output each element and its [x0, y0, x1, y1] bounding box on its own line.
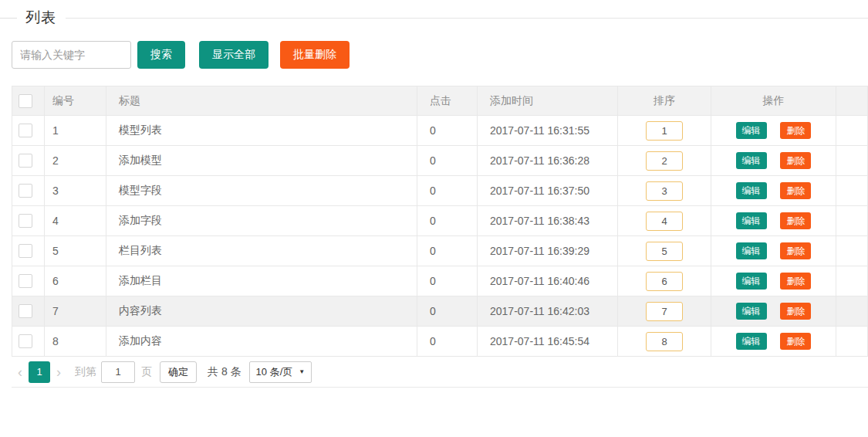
table-row: 8 添加内容 0 2017-07-11 16:45:54 编辑 删除 [12, 327, 868, 357]
page-title-legend: 列表 [0, 8, 868, 28]
table-row: 4 添加字段 0 2017-07-11 16:38:43 编辑 删除 [12, 206, 868, 236]
delete-button[interactable]: 删除 [780, 212, 811, 229]
cell-title: 模型列表 [106, 116, 417, 146]
edit-button[interactable]: 编辑 [736, 303, 767, 320]
row-checkbox[interactable] [19, 244, 32, 258]
cell-clicks: 0 [417, 327, 478, 357]
sort-input[interactable] [646, 151, 683, 171]
page-size-select[interactable]: 10 条/页 ▼ [249, 361, 312, 383]
search-button[interactable]: 搜索 [137, 41, 185, 69]
row-checkbox-cell [12, 206, 45, 236]
row-checkbox[interactable] [19, 184, 32, 198]
cell-filler [836, 266, 868, 296]
row-checkbox[interactable] [19, 334, 32, 348]
row-checkbox-cell [12, 116, 45, 146]
header-checkbox-cell [12, 86, 45, 116]
show-all-button[interactable]: 显示全部 [199, 41, 269, 69]
edit-button[interactable]: 编辑 [736, 212, 767, 229]
edit-button[interactable]: 编辑 [736, 182, 767, 199]
cell-add-time: 2017-07-11 16:37:50 [478, 176, 618, 206]
cell-id: 8 [45, 327, 106, 357]
cell-clicks: 0 [417, 206, 478, 236]
prev-page-icon[interactable]: ‹ [12, 365, 29, 379]
row-checkbox[interactable] [19, 274, 32, 288]
cell-id: 5 [45, 236, 106, 266]
cell-add-time: 2017-07-11 16:45:54 [478, 327, 618, 357]
sort-input[interactable] [646, 181, 683, 201]
pagination-bar: ‹ 1 › 到第 页 确定 共 8 条 10 条/页 ▼ [12, 357, 868, 388]
cell-clicks: 0 [417, 176, 478, 206]
delete-button[interactable]: 删除 [780, 122, 811, 139]
cell-add-time: 2017-07-11 16:38:43 [478, 206, 618, 236]
table-body: 1 模型列表 0 2017-07-11 16:31:55 编辑 删除 2 添加模… [12, 116, 868, 357]
header-title: 标题 [106, 86, 417, 116]
delete-button[interactable]: 删除 [780, 303, 811, 320]
caret-down-icon: ▼ [299, 368, 305, 375]
edit-button[interactable]: 编辑 [736, 333, 767, 350]
cell-sort [618, 327, 711, 357]
sort-input[interactable] [646, 212, 683, 231]
cell-title: 栏目列表 [106, 236, 417, 266]
header-sort: 排序 [618, 86, 711, 116]
current-page-button[interactable]: 1 [29, 361, 50, 383]
delete-button[interactable]: 删除 [780, 242, 811, 259]
row-checkbox-cell [12, 327, 45, 357]
edit-button[interactable]: 编辑 [736, 242, 767, 259]
row-checkbox[interactable] [19, 304, 32, 318]
edit-button[interactable]: 编辑 [736, 122, 767, 139]
table-row: 1 模型列表 0 2017-07-11 16:31:55 编辑 删除 [12, 116, 868, 146]
cell-clicks: 0 [417, 146, 478, 176]
row-checkbox[interactable] [19, 214, 32, 228]
cell-clicks: 0 [417, 116, 478, 146]
sort-input[interactable] [646, 332, 683, 351]
select-all-checkbox[interactable] [19, 94, 32, 108]
confirm-button[interactable]: 确定 [160, 361, 197, 383]
search-input[interactable] [12, 41, 131, 69]
data-table: 编号 标题 点击 添加时间 排序 操作 1 模型列表 0 2017-07-11 … [12, 86, 868, 357]
cell-title: 添加内容 [106, 327, 417, 357]
edit-button[interactable]: 编辑 [736, 152, 767, 169]
goto-page-input[interactable] [101, 361, 135, 383]
toolbar: 搜索 显示全部 批量删除 [12, 41, 868, 69]
delete-button[interactable]: 删除 [780, 273, 811, 290]
table-row: 5 栏目列表 0 2017-07-11 16:39:29 编辑 删除 [12, 236, 868, 266]
cell-id: 3 [45, 176, 106, 206]
cell-add-time: 2017-07-11 16:36:28 [478, 146, 618, 176]
table-row: 3 模型字段 0 2017-07-11 16:37:50 编辑 删除 [12, 176, 868, 206]
cell-sort [618, 146, 711, 176]
header-actions: 操作 [711, 86, 836, 116]
cell-title: 添加模型 [106, 146, 417, 176]
row-checkbox-cell [12, 146, 45, 176]
row-checkbox[interactable] [19, 154, 32, 168]
cell-actions: 编辑 删除 [711, 146, 836, 176]
cell-add-time: 2017-07-11 16:39:29 [478, 236, 618, 266]
cell-filler [836, 146, 868, 176]
row-checkbox-cell [12, 176, 45, 206]
cell-sort [618, 206, 711, 236]
sort-input[interactable] [646, 121, 683, 141]
cell-actions: 编辑 删除 [711, 327, 836, 357]
data-table-wrap: 编号 标题 点击 添加时间 排序 操作 1 模型列表 0 2017-07-11 … [12, 86, 868, 357]
sort-input[interactable] [646, 242, 683, 261]
cell-id: 4 [45, 206, 106, 236]
batch-delete-button[interactable]: 批量删除 [280, 41, 350, 69]
cell-clicks: 0 [417, 296, 478, 327]
delete-button[interactable]: 删除 [780, 333, 811, 350]
sort-input[interactable] [646, 272, 683, 291]
cell-filler [836, 327, 868, 357]
header-add-time: 添加时间 [478, 86, 618, 116]
cell-filler [836, 296, 868, 327]
delete-button[interactable]: 删除 [780, 182, 811, 199]
cell-actions: 编辑 删除 [711, 176, 836, 206]
next-page-icon[interactable]: › [50, 365, 67, 379]
cell-title: 添加字段 [106, 206, 417, 236]
row-checkbox[interactable] [19, 124, 32, 137]
cell-clicks: 0 [417, 266, 478, 296]
edit-button[interactable]: 编辑 [736, 273, 767, 290]
cell-actions: 编辑 删除 [711, 296, 836, 327]
sort-input[interactable] [646, 302, 683, 321]
table-row: 7 内容列表 0 2017-07-11 16:42:03 编辑 删除 [12, 296, 868, 327]
header-id: 编号 [45, 86, 106, 116]
delete-button[interactable]: 删除 [780, 152, 811, 169]
cell-sort [618, 176, 711, 206]
